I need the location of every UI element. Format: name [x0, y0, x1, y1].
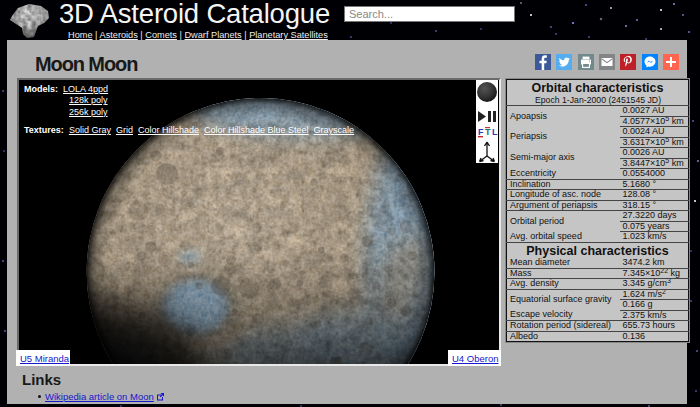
svg-text:T: T [485, 127, 491, 137]
svg-text:F: F [478, 127, 484, 137]
svg-text:L: L [492, 127, 498, 137]
